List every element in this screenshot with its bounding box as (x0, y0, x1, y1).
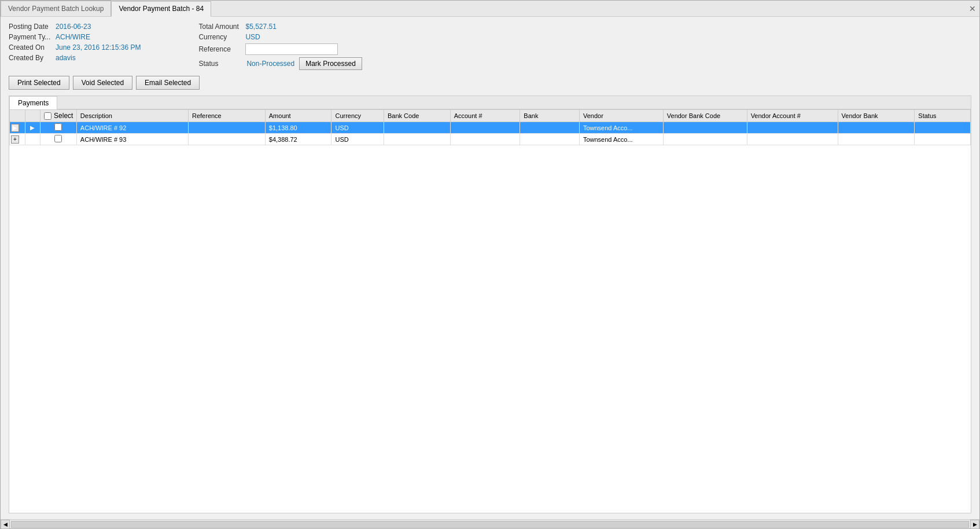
col-account-header: Account # (450, 110, 520, 122)
col-vendor-header: Vendor (579, 110, 663, 122)
total-amount-label: Total Amount (198, 23, 242, 31)
vendor_bank_code-cell (663, 134, 747, 145)
vendor-cell: Townsend Acco... (579, 122, 663, 134)
col-vendor-bank-header: Vendor Bank (838, 110, 915, 122)
col-bank-header: Bank (520, 110, 580, 122)
payment-type-label: Payment Ty... (9, 33, 52, 41)
horizontal-scrollbar[interactable] (11, 521, 969, 528)
currency-row: Currency USD (198, 33, 362, 41)
row-checkbox[interactable] (54, 135, 62, 142)
payments-table: Select Description Reference Amount Curr… (9, 109, 971, 145)
info-section: Posting Date 2016-06-23 Payment Ty... AC… (9, 23, 971, 70)
expand-button[interactable]: + (11, 135, 19, 144)
col-description-header: Description (76, 110, 188, 122)
posting-date-value: 2016-06-23 (56, 23, 91, 31)
table-row[interactable]: ▶▶ACH/WIRE # 92$1,138.80USDTownsend Acco… (10, 122, 971, 134)
info-right: Total Amount $5,527.51 Currency USD Refe… (198, 23, 362, 70)
status-cell (915, 134, 971, 145)
scroll-right-button[interactable]: ▶ (970, 520, 979, 529)
bank-cell (520, 122, 580, 134)
action-buttons: Print Selected Void Selected Email Selec… (9, 76, 971, 90)
status-cell (915, 122, 971, 134)
payment-type-value: ACH/WIRE (56, 33, 90, 41)
main-window: Vendor Payment Batch Lookup Vendor Payme… (0, 0, 980, 529)
vendor_bank_code-cell (663, 122, 747, 134)
payments-section: Payments (9, 95, 971, 513)
created-by-row: Created By adavis (9, 54, 141, 62)
bank_code-cell (384, 122, 450, 134)
col-vendor-bank-code-header: Vendor Bank Code (663, 110, 747, 122)
reference-cell (188, 122, 265, 134)
mark-processed-button[interactable]: Mark Processed (299, 57, 362, 70)
expand-col-2: ▶ (25, 122, 40, 134)
amount-cell: $4,388.72 (265, 134, 331, 145)
currency-label: Currency (198, 33, 242, 41)
created-by-value: adavis (56, 54, 76, 62)
vendor_bank-cell (838, 122, 915, 134)
table-row[interactable]: +ACH/WIRE # 93$4,388.72USDTownsend Acco.… (10, 134, 971, 145)
total-amount-row: Total Amount $5,527.51 (198, 23, 362, 31)
row-checkbox[interactable] (54, 123, 62, 131)
col-expand-1 (10, 110, 25, 122)
vendor-cell: Townsend Acco... (579, 134, 663, 145)
payments-tab[interactable]: Payments (9, 96, 57, 109)
bank_code-cell (384, 134, 450, 145)
expand-col-2 (25, 134, 40, 145)
currency-cell: USD (331, 134, 384, 145)
tab-batch-84[interactable]: Vendor Payment Batch - 84 (111, 1, 211, 17)
vendor_account-cell (747, 122, 838, 134)
scroll-left-button[interactable]: ◀ (1, 520, 10, 529)
col-vendor-account-header: Vendor Account # (747, 110, 838, 122)
select-cell[interactable] (40, 122, 77, 134)
created-on-row: Created On June 23, 2016 12:15:36 PM (9, 43, 141, 52)
col-select-header[interactable]: Select (40, 110, 77, 122)
tab-lookup[interactable]: Vendor Payment Batch Lookup (1, 1, 111, 16)
reference-input[interactable] (245, 43, 338, 55)
col-status-header: Status (915, 110, 971, 122)
status-label: Status (198, 60, 242, 68)
status-row: Status Non-Processed Mark Processed (198, 57, 362, 70)
created-by-label: Created By (9, 54, 52, 62)
bank-cell (520, 134, 580, 145)
select-cell[interactable] (40, 134, 77, 145)
posting-date-row: Posting Date 2016-06-23 (9, 23, 141, 31)
col-amount-header: Amount (265, 110, 331, 122)
created-on-value: June 23, 2016 12:15:36 PM (56, 43, 141, 52)
currency-value: USD (245, 33, 260, 41)
close-button[interactable]: ✕ (969, 4, 976, 13)
reference-cell (188, 134, 265, 145)
reference-label: Reference (198, 45, 242, 53)
expand-col-1: + (10, 134, 25, 145)
email-selected-button[interactable]: Email Selected (136, 76, 200, 90)
amount-cell: $1,138.80 (265, 122, 331, 134)
info-left: Posting Date 2016-06-23 Payment Ty... AC… (9, 23, 141, 70)
description-cell: ACH/WIRE # 92 (76, 122, 188, 134)
description-cell: ACH/WIRE # 93 (76, 134, 188, 145)
status-value: Non-Processed (246, 60, 294, 68)
account-cell (450, 134, 520, 145)
print-selected-button[interactable]: Print Selected (9, 76, 69, 90)
posting-date-label: Posting Date (9, 23, 52, 31)
col-reference-header: Reference (188, 110, 265, 122)
vendor_account-cell (747, 134, 838, 145)
account-cell (450, 122, 520, 134)
select-all-checkbox[interactable] (44, 112, 51, 120)
void-selected-button[interactable]: Void Selected (73, 76, 132, 90)
reference-row: Reference (198, 43, 362, 55)
horizontal-scrollbar-area: ◀ ▶ (1, 519, 979, 528)
payment-type-row: Payment Ty... ACH/WIRE (9, 33, 141, 41)
total-amount-value: $5,527.51 (245, 23, 276, 31)
col-expand-2 (25, 110, 40, 122)
vendor_bank-cell (838, 134, 915, 145)
col-bankcode-header: Bank Code (384, 110, 450, 122)
main-content: Posting Date 2016-06-23 Payment Ty... AC… (1, 17, 979, 519)
title-bar: Vendor Payment Batch Lookup Vendor Payme… (1, 1, 979, 17)
created-on-label: Created On (9, 43, 52, 52)
col-currency-header: Currency (331, 110, 384, 122)
currency-cell: USD (331, 122, 384, 134)
table-container: Select Description Reference Amount Curr… (9, 109, 971, 513)
table-header-row: Select Description Reference Amount Curr… (10, 110, 971, 122)
expand-button[interactable]: ▶ (11, 124, 19, 132)
expand-col-1: ▶ (10, 122, 25, 134)
payments-tab-header: Payments (9, 96, 971, 109)
